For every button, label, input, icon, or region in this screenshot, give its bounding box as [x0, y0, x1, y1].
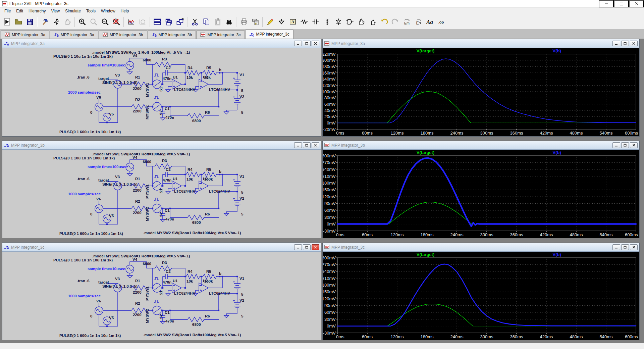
x-tick-label: 300ms	[480, 232, 493, 237]
pencil-icon[interactable]	[264, 16, 275, 28]
child-minimize-button[interactable]	[612, 41, 620, 46]
svg-text:R5: R5	[206, 269, 211, 273]
svg-text:LTC6244HV: LTC6244HV	[174, 291, 195, 295]
tab-schematic-3b[interactable]: MPP integrator_3b	[148, 31, 196, 39]
schematic-tab-icon	[152, 33, 157, 37]
move-icon[interactable]	[356, 16, 367, 28]
plot-settings-icon[interactable]	[137, 16, 148, 28]
print-preview-icon[interactable]	[250, 16, 261, 28]
child-maximize-button[interactable]	[303, 142, 311, 148]
waveform-window-titlebar[interactable]: MPP integrator_3a	[323, 39, 639, 48]
schematic-canvas[interactable]: .model MYSW1 SW(Ron=1 Roff=100Meg Vt=.5 …	[2, 252, 321, 340]
child-close-button[interactable]	[630, 142, 638, 148]
app-titlebar[interactable]: LTspice XVII - MPP integrator_3c	[0, 0, 644, 8]
window-close-button[interactable]	[629, 0, 644, 7]
window-minimize-button[interactable]	[599, 0, 614, 7]
tile-vertical-icon[interactable]	[174, 16, 185, 28]
y-tick-label: 20mV	[324, 114, 336, 119]
window-maximize-button[interactable]	[614, 0, 629, 7]
tile-horizontal-icon[interactable]	[152, 16, 163, 28]
tab-plot-3c[interactable]: MPP integrator_3c	[196, 31, 245, 39]
svg-text:S1: S1	[159, 188, 163, 193]
tab-schematic-3c[interactable]: MPP integrator_3c	[245, 30, 293, 39]
cascade-icon[interactable]	[163, 16, 174, 28]
child-close-button[interactable]	[630, 41, 638, 46]
rotate-icon[interactable]: E	[413, 16, 424, 28]
svg-text:R3: R3	[162, 57, 167, 61]
child-minimize-button[interactable]	[612, 142, 620, 148]
menu-window[interactable]: Window	[99, 8, 118, 14]
ground-icon[interactable]	[276, 16, 287, 28]
waveform-plot-area[interactable]: 220mV200mV180mV160mV140mV120mV100mV80mV6…	[323, 48, 639, 136]
autorange-icon[interactable]	[125, 16, 137, 28]
tab-schematic-3a[interactable]: MPP integrator_3a	[50, 31, 98, 39]
app-icon	[2, 1, 7, 6]
inductor-icon[interactable]	[321, 16, 332, 28]
menu-view[interactable]: View	[49, 8, 62, 14]
spice-directive-icon[interactable]: .op	[435, 16, 446, 28]
menu-hierarchy[interactable]: Hierarchy	[26, 8, 48, 14]
waveform-plot-area[interactable]: 300mV270mV240mV210mV180mV150mV120mV90mV6…	[323, 252, 639, 340]
net-label-icon[interactable]: A	[287, 16, 298, 28]
schematic-window-titlebar[interactable]: MPP integrator_3b	[2, 141, 321, 150]
find-icon[interactable]	[223, 16, 234, 28]
halt-icon[interactable]	[62, 16, 73, 28]
tab-plot-3a[interactable]: MPP integrator_3a	[1, 31, 49, 39]
print-icon[interactable]	[238, 16, 249, 28]
save-icon[interactable]	[24, 16, 35, 28]
waveform-window-titlebar[interactable]: MPP integrator_3c	[323, 243, 639, 252]
menu-file[interactable]: File	[2, 8, 13, 14]
child-maximize-button[interactable]	[621, 244, 629, 250]
schematic-window-titlebar[interactable]: MPP integrator_3a	[2, 39, 321, 48]
waveform-plot-area[interactable]: 300mV270mV240mV210mV180mV150mV120mV90mV6…	[323, 150, 639, 238]
tran-directive: .tran .6	[77, 177, 90, 181]
child-close-button[interactable]	[312, 41, 319, 46]
schematic-window-titlebar[interactable]: MPP integrator_3c	[2, 243, 321, 252]
child-minimize-button[interactable]	[612, 244, 620, 250]
child-maximize-button[interactable]	[303, 244, 311, 250]
redo-icon[interactable]	[390, 16, 401, 28]
resistor-icon[interactable]	[299, 16, 310, 28]
child-close-button[interactable]	[312, 142, 319, 148]
zoom-out-icon[interactable]	[99, 16, 110, 28]
copy-icon[interactable]	[201, 16, 212, 28]
child-minimize-button[interactable]	[294, 41, 302, 46]
run-icon[interactable]	[1, 16, 12, 28]
menu-help[interactable]: Help	[118, 8, 131, 14]
y-tick-label: 80mV	[324, 95, 336, 100]
control-panel-icon[interactable]	[39, 16, 50, 28]
open-folder-icon[interactable]	[13, 16, 24, 28]
drag-icon[interactable]	[367, 16, 378, 28]
svg-text:V2: V2	[239, 196, 244, 200]
capacitor-icon[interactable]	[310, 16, 321, 28]
menu-edit[interactable]: Edit	[14, 8, 25, 14]
undo-icon[interactable]	[378, 16, 389, 28]
child-minimize-button[interactable]	[294, 244, 302, 250]
menu-tools[interactable]: Tools	[84, 8, 98, 14]
text-icon[interactable]: Aa	[424, 16, 435, 28]
y-tick-label: 90mV	[324, 201, 336, 206]
child-minimize-button[interactable]	[294, 142, 302, 148]
zoom-back-icon[interactable]	[88, 16, 99, 28]
zoom-fit-icon[interactable]	[111, 16, 122, 28]
child-maximize-button[interactable]	[303, 41, 311, 46]
waveform-window-titlebar[interactable]: MPP integrator_3b	[323, 141, 639, 150]
x-tick-label: 420ms	[540, 131, 553, 136]
y-tick-label: 150mV	[323, 289, 336, 294]
close-icon	[632, 246, 635, 249]
child-close-button[interactable]	[312, 244, 319, 250]
child-maximize-button[interactable]	[621, 142, 629, 148]
schematic-canvas[interactable]: .model MYSW1 SW(Ron=1 Roff=100Meg Vt=.5 …	[2, 150, 321, 238]
child-maximize-button[interactable]	[621, 41, 629, 46]
cut-icon[interactable]	[189, 16, 200, 28]
paste-icon[interactable]	[212, 16, 223, 28]
mirror-icon[interactable]: Em	[401, 16, 412, 28]
component-icon[interactable]	[344, 16, 355, 28]
run-man-icon[interactable]	[50, 16, 61, 28]
diode-icon[interactable]	[333, 16, 344, 28]
zoom-in-icon[interactable]	[76, 16, 88, 28]
tab-plot-3b[interactable]: MPP integrator_3b	[99, 31, 147, 39]
menu-simulate[interactable]: Simulate	[63, 8, 83, 14]
child-close-button[interactable]	[630, 244, 638, 250]
schematic-canvas[interactable]: .model MYSW1 SW(Ron=1 Roff=100Meg Vt=.5 …	[2, 48, 321, 136]
